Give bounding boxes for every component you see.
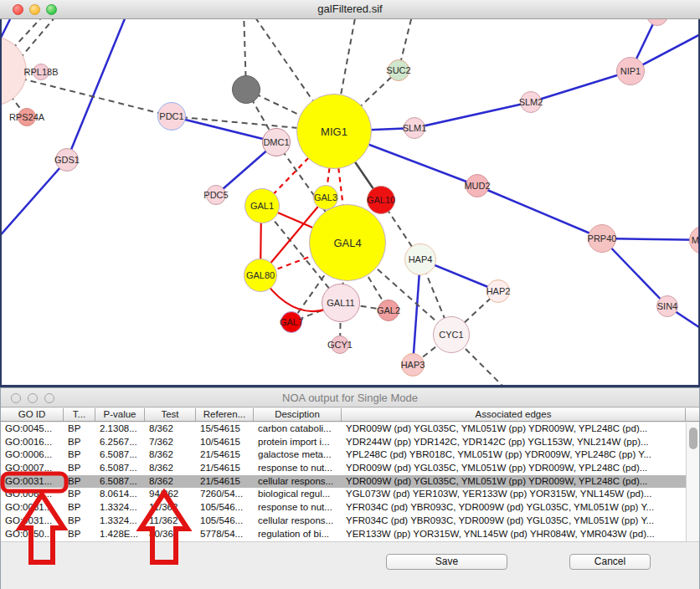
node-SIN4[interactable]: SIN4 — [656, 295, 678, 317]
column-header-reference[interactable]: Referen... — [196, 408, 254, 421]
node-GAL11[interactable]: GAL11 — [322, 284, 360, 322]
node-label: GAL7 — [280, 317, 303, 327]
cell-reference: 5778/54... — [196, 528, 254, 541]
node-GAL4[interactable]: GAL4 — [309, 204, 386, 281]
cell-reference: 21/54615 — [196, 475, 254, 489]
cell-reference: 7260/54... — [196, 488, 254, 501]
column-header-type[interactable]: T... — [64, 408, 95, 421]
cell-go_id: GO:0050... — [1, 528, 64, 541]
edge-blue[interactable] — [172, 116, 276, 142]
node-GAL2[interactable]: GAL2 — [378, 300, 399, 321]
node-label: GAL2 — [377, 305, 400, 315]
node-RPL18B[interactable]: RPL18B — [33, 64, 49, 80]
node-CYC1[interactable]: CYC1 — [433, 316, 470, 353]
cell-description: carbon cataboli... — [254, 423, 342, 436]
node-GAL80[interactable]: GAL80 — [244, 259, 277, 292]
table-row[interactable]: GO:0050...BP1.428E...80/3625778/54...reg… — [1, 528, 686, 541]
column-header-test[interactable]: Test — [145, 408, 196, 421]
column-header-edges[interactable]: Associated edges — [342, 408, 686, 421]
network-window-titlebar[interactable]: galFiltered.sif — [0, 0, 700, 19]
cancel-button[interactable]: Cancel — [569, 554, 651, 570]
column-header-description[interactable]: Desciption — [254, 408, 342, 421]
node-label: GAL3 — [314, 192, 337, 202]
table-row[interactable]: GO:0007...BP6.5087...8/36221/54615respon… — [1, 462, 686, 475]
cell-reference: 21/54615 — [196, 448, 254, 462]
node-SUC2[interactable]: SUC2 — [388, 59, 409, 81]
node-label: RPL18B — [24, 67, 59, 77]
table-row[interactable]: GO:0045...BP2.1308...8/36215/54615carbon… — [1, 423, 686, 436]
node-HAP4[interactable]: HAP4 — [404, 243, 436, 275]
node-label: GAL1 — [250, 201, 274, 211]
cell-description: response to nut... — [254, 501, 342, 515]
node-NIP1[interactable]: NIP1 — [616, 57, 645, 85]
node-label: MSL1 — [692, 235, 700, 245]
scrollbar-thumb[interactable] — [689, 428, 697, 449]
edge-blue[interactable] — [2, 160, 67, 238]
node-gray-node[interactable] — [232, 75, 260, 104]
cell-description: response to nut... — [254, 462, 342, 475]
cell-type: BP — [64, 423, 95, 436]
network-canvas[interactable]: RPL18BRPS24AGDS1PDC1DMC1MIG1SUC2SLM1SLM2… — [0, 19, 700, 387]
node-DMC1[interactable]: DMC1 — [262, 128, 291, 156]
node-GDS1[interactable]: GDS1 — [55, 148, 79, 172]
node-label: GCY1 — [327, 340, 353, 350]
node-label: GDS1 — [54, 155, 80, 165]
node-label: GAL11 — [327, 298, 354, 308]
node-label: HAP3 — [401, 360, 425, 370]
node-PRP40[interactable]: PRP40 — [588, 224, 616, 253]
button-panel: Save Cancel — [1, 541, 699, 589]
cell-p_value: 6.5087... — [95, 462, 145, 475]
column-header-go_id[interactable]: GO ID — [1, 408, 64, 421]
node-RPS24A[interactable]: RPS24A — [18, 108, 36, 126]
node-PDC1[interactable]: PDC1 — [157, 102, 186, 131]
cell-test: 11/362 — [145, 515, 196, 528]
cell-go_id: GO:0031... — [1, 475, 64, 489]
node-HAP3[interactable]: HAP3 — [401, 353, 425, 376]
table-row[interactable]: GO:0031...BP6.5087...8/36221/54615cellul… — [1, 475, 686, 489]
node-SLM1[interactable]: SLM1 — [404, 117, 425, 139]
column-header-p_value[interactable]: P-value — [95, 408, 145, 421]
node-PDC5[interactable]: PDC5 — [206, 185, 226, 205]
node-SLM2[interactable]: SLM2 — [520, 91, 542, 113]
cell-go_id: GO:0016... — [1, 436, 64, 449]
table-row[interactable]: GO:0006...BP6.5087...8/36221/54615galact… — [1, 448, 686, 462]
cell-p_value: 8.0614... — [95, 488, 145, 501]
cell-test: 8/362 — [145, 448, 196, 462]
cell-test: 8/362 — [145, 475, 196, 489]
table-row[interactable]: GO:0016...BP6.2567...7/36210/54615protei… — [1, 436, 686, 449]
node-label: SLM1 — [403, 123, 427, 133]
cell-p_value: 1.3324... — [95, 501, 145, 515]
edge-blue[interactable] — [414, 102, 531, 128]
cell-type: BP — [64, 448, 95, 462]
cell-edges: YFR034C (pd) YBR093C, YDR009W (pd) YGL03… — [342, 501, 686, 515]
table-row[interactable]: GO:0031...BP1.3324...11/362105/546...res… — [1, 501, 686, 515]
node-label: GAL4 — [333, 237, 361, 249]
node-label: DMC1 — [263, 137, 289, 147]
cell-test: 8/362 — [145, 462, 196, 475]
edge-blue[interactable] — [477, 186, 602, 238]
vertical-scrollbar[interactable] — [686, 423, 699, 541]
node-GAL10[interactable]: GAL10 — [367, 186, 395, 214]
edge-blue[interactable] — [67, 19, 127, 160]
cell-description: biological regul... — [254, 488, 342, 501]
cell-test: 11/362 — [145, 501, 196, 515]
noa-window-titlebar[interactable]: NOA output for Single Mode — [1, 388, 699, 407]
cell-go_id: GO:0045... — [1, 423, 64, 436]
cell-reference: 21/54615 — [196, 462, 254, 475]
node-MUD2[interactable]: MUD2 — [466, 174, 489, 197]
table-row[interactable]: GO:0031...BP1.3324...11/362105/546...cel… — [1, 515, 686, 528]
node-GCY1[interactable]: GCY1 — [331, 335, 349, 354]
node-GAL7[interactable]: GAL7 — [281, 311, 302, 333]
cell-test: 80/362 — [145, 528, 196, 541]
node-HAP2[interactable]: HAP2 — [486, 279, 510, 303]
edge-blue[interactable] — [602, 238, 700, 240]
edge-blue[interactable] — [531, 71, 631, 102]
node-MIG1[interactable]: MIG1 — [296, 94, 372, 169]
network-window: galFiltered.sif RPL18BRPS24AGDS1PDC1DMC1… — [0, 0, 700, 387]
node-label: HAP4 — [409, 254, 433, 264]
save-button[interactable]: Save — [386, 554, 507, 570]
cell-go_id: GO:0006... — [1, 448, 64, 462]
node-label: PDC5 — [203, 190, 228, 200]
table-row[interactable]: GO:0065...BP8.0614...94/3627260/54...bio… — [1, 488, 686, 501]
node-GAL1[interactable]: GAL1 — [244, 188, 280, 223]
